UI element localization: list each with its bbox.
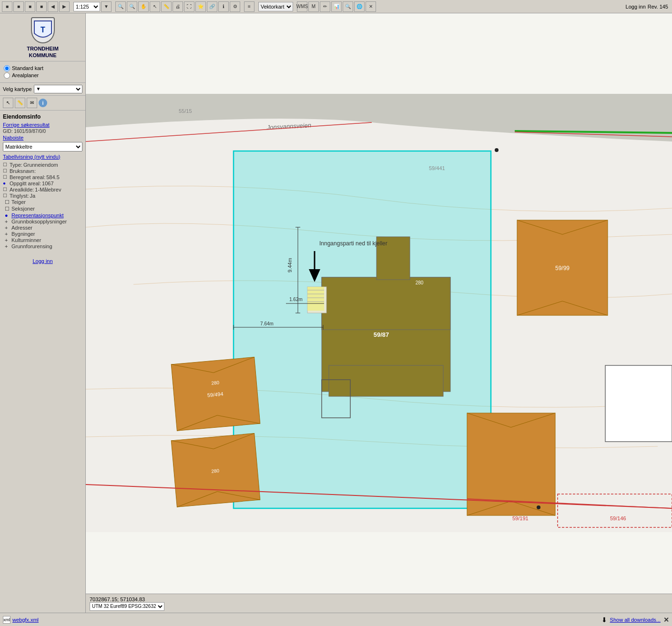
sidebar-tool-2[interactable]: 📏	[15, 98, 25, 108]
parcel-441-label: 59/441	[429, 165, 445, 171]
inngangsparti-label: Inngangsparti ned til kjeller	[319, 240, 387, 247]
sidebar-login-area: Logg inn	[0, 254, 85, 268]
kulturminner-item[interactable]: + Kulturminner	[3, 237, 82, 243]
map-type-section: Standard kart Arealplaner	[0, 61, 85, 83]
forrige-link[interactable]: Forrige søkeresultat	[3, 122, 82, 128]
representasjon-item[interactable]: ● Representasjonspunkt	[3, 212, 82, 218]
pan-btn[interactable]: ✋	[138, 1, 149, 12]
eiendom-title: Eiendomsinfo	[3, 113, 82, 120]
link-btn[interactable]: 🔗	[207, 1, 217, 12]
velg-kartype-label: Velg kartype	[3, 86, 32, 92]
login-area: Logg inn Rev. 145	[626, 4, 670, 10]
grunnforurensing-item[interactable]: + Grunnforurensing	[3, 243, 82, 249]
wms-btn[interactable]: WMS	[297, 1, 307, 12]
select-btn[interactable]: ↖	[150, 1, 160, 12]
toolbar-btn-3[interactable]: ■	[25, 1, 35, 12]
info-btn[interactable]: ℹ	[218, 1, 229, 12]
toolbar-forward-btn[interactable]: ▶	[59, 1, 70, 12]
eiendom-section: Eiendomsinfo Forrige søkeresultat GID: 1…	[0, 111, 85, 141]
matrikkel-select[interactable]: Matrikkeltre Bygningstre	[3, 142, 82, 151]
fullscreen-btn[interactable]: ⛶	[184, 1, 194, 12]
dim-9-44: 9.44m	[287, 258, 293, 273]
bottom-right: ⬇ Show all downloads... ✕	[601, 616, 669, 624]
file-link[interactable]: webgfx.xml	[12, 617, 39, 623]
print-btn[interactable]: 🖨	[173, 1, 183, 12]
svg-text:280: 280	[211, 468, 220, 474]
standard-kart-row[interactable]: Standard kart	[4, 65, 81, 71]
sidebar-info-btn[interactable]: i	[39, 99, 47, 107]
globe-btn[interactable]: 🌐	[354, 1, 365, 12]
matrikkel-row: Matrikkeltre Bygningstre	[0, 141, 85, 153]
projection-select[interactable]: UTM 32 Euref89 EPSG:32632 WGS84 EPSG:432…	[90, 602, 164, 611]
prop-arealkilde: ☐ Arealkilde: 1-Målebrev	[3, 187, 82, 192]
toolbar-btn-2[interactable]: ■	[13, 1, 24, 12]
prop-type: ☐ Type: Grunneiendom	[3, 162, 82, 168]
show-downloads-link[interactable]: Show all downloads...	[610, 617, 661, 623]
toolbar-btn-1[interactable]: ■	[2, 1, 12, 12]
map-type-select[interactable]: Vektorkart Rasterkart	[258, 2, 293, 11]
grunnbok-item[interactable]: + Grunnboksopplysninger	[3, 219, 82, 224]
map-svg: Jonsvannsveien	[86, 13, 672, 613]
svg-point-43	[537, 505, 540, 509]
svg-rect-21	[605, 365, 672, 442]
map-extra-btn[interactable]: M	[308, 1, 319, 12]
toolbar-btn-4[interactable]: ■	[36, 1, 47, 12]
zoom-out-btn[interactable]: 🔍	[127, 1, 137, 12]
close-downloads-btn[interactable]: ✕	[663, 616, 669, 624]
measure-btn[interactable]: 📏	[161, 1, 172, 12]
parcel-87-label: 59/87	[374, 331, 389, 338]
toolbar-back-btn[interactable]: ◀	[48, 1, 58, 12]
scale-down-btn[interactable]: ▼	[101, 1, 112, 12]
seksjoner-item[interactable]: ☐ Seksjoner	[3, 206, 82, 212]
teiger-item[interactable]: ☐ Teiger	[3, 199, 82, 205]
prop-beregnet: ☐ Beregnet areal: 584.5	[3, 174, 82, 180]
coords-row: 7032867.15; 571034.83	[90, 596, 668, 602]
svg-text:T: T	[41, 26, 45, 34]
standard-kart-radio[interactable]	[4, 65, 10, 71]
bottom-left: xml webgfx.xml	[3, 616, 39, 624]
bygninger-item[interactable]: + Bygninger	[3, 231, 82, 237]
naboiste-link[interactable]: Naboiste	[3, 135, 23, 141]
logo-area: T TRONDHEIM KOMMUNE	[0, 13, 85, 61]
arealplaner-radio[interactable]	[4, 72, 10, 79]
small-label-1: 280	[416, 280, 424, 285]
layers-btn[interactable]: ≡	[244, 1, 255, 12]
bookmark-btn[interactable]: ⭐	[195, 1, 206, 12]
draw-btn[interactable]: ✏	[320, 1, 330, 12]
zoom-in-btn[interactable]: 🔍	[115, 1, 126, 12]
svg-rect-8	[329, 365, 443, 396]
velg-kartype-row: Velg kartype ▼	[0, 83, 85, 96]
sidebar: T TRONDHEIM KOMMUNE Standard kart Arealp…	[0, 13, 86, 613]
parcel-99-label: 59/99	[555, 265, 570, 272]
login-link[interactable]: Logg inn	[32, 258, 52, 264]
logo-title: TRONDHEIM KOMMUNE	[2, 45, 83, 59]
prop-oppgitt: ● Oppgitt areal: 1067	[3, 181, 82, 186]
arealplaner-row[interactable]: Arealplaner	[4, 72, 81, 79]
coord-bar: 7032867.15; 571034.83 UTM 32 Euref89 EPS…	[86, 594, 672, 613]
sidebar-tool-1[interactable]: ↖	[3, 98, 13, 108]
kartype-select[interactable]: ▼	[34, 85, 82, 93]
adresser-item[interactable]: + Adresser	[3, 225, 82, 231]
toolbar: ■ ■ ■ ■ ◀ ▶ 1:125 1:250 1:500 1:1000 ▼ 🔍…	[0, 0, 672, 13]
expand-type: ☐	[3, 162, 9, 167]
dim-1-62: 1.62m	[289, 297, 303, 302]
settings-btn[interactable]: ⚙	[230, 1, 240, 12]
scale-selector[interactable]: 1:125 1:250 1:500 1:1000 ▼	[73, 1, 112, 12]
shield-icon: T	[33, 20, 52, 41]
svg-text:280: 280	[211, 380, 220, 385]
logo-shield: T	[31, 17, 55, 43]
coords-label: 7032867.15; 571034.83	[90, 596, 145, 602]
prop-bruksnavn: ☐ Bruksnavn:	[3, 168, 82, 174]
sidebar-tool-3[interactable]: ✉	[27, 98, 37, 108]
logo-line2: KOMMUNE	[2, 52, 83, 59]
rev-label: Rev. 145	[648, 4, 668, 10]
map-area[interactable]: Jonsvannsveien	[86, 13, 672, 613]
table-link[interactable]: Tabellvisning (nytt vindu)	[0, 153, 85, 161]
search-btn[interactable]: 🔍	[343, 1, 353, 12]
tool-row: ↖ 📏 ✉ i	[0, 96, 85, 111]
close-map-btn[interactable]: ✕	[366, 1, 376, 12]
scale-select[interactable]: 1:125 1:250 1:500 1:1000	[73, 2, 100, 11]
download-icon: ⬇	[601, 616, 607, 624]
chart-btn[interactable]: 📊	[331, 1, 342, 12]
parcel-146-label: 59/146	[610, 515, 626, 521]
